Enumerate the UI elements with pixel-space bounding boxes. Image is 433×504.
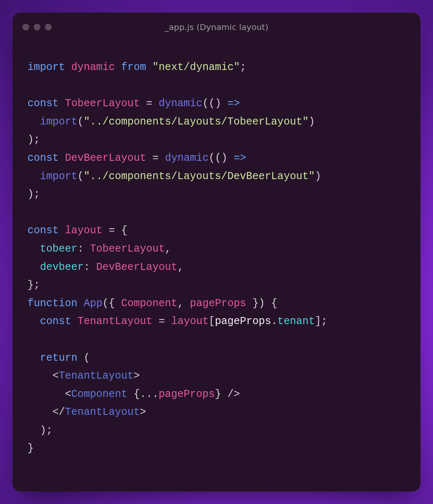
code-token-punct: }; <box>27 279 40 291</box>
code-token-punct: . <box>271 315 277 327</box>
code-token-sp <box>27 243 40 255</box>
window-controls <box>22 24 52 30</box>
code-token-id: dynamic <box>71 61 115 73</box>
code-token-sp <box>27 424 40 437</box>
code-token-punct: (() <box>202 97 221 110</box>
code-token-id: TobeerLayout <box>90 243 165 255</box>
code-token-sp <box>27 170 40 182</box>
code-token-prop: devbeer <box>40 261 84 273</box>
code-token-fn: import <box>40 170 77 182</box>
code-token-str: "../components/Layouts/TobeerLayout" <box>84 116 309 128</box>
code-token-sp <box>221 97 227 110</box>
code-token-sp <box>77 297 84 309</box>
code-token-punct: = <box>159 315 165 327</box>
code-token-punct: < <box>65 388 71 400</box>
code-token-kw: const <box>27 152 59 164</box>
code-token-tag: TenantLayout <box>59 370 134 382</box>
code-token-id: TobeerLayout <box>65 97 140 110</box>
code-token-punct: </ <box>52 406 65 418</box>
code-token-punct: ; <box>240 61 246 73</box>
code-token-punct: = <box>146 97 152 110</box>
code-token-sp <box>184 297 190 309</box>
code-token-sp <box>127 388 134 400</box>
code-token-punct: {... <box>134 388 159 400</box>
code-token-sp <box>27 370 52 382</box>
code-token-sp <box>227 152 234 164</box>
code-token-punct: = <box>109 225 115 237</box>
code-token-kw: from <box>121 61 146 73</box>
code-content: import dynamic from "next/dynamic"; cons… <box>27 58 406 458</box>
code-token-sp <box>146 61 152 73</box>
code-token-id: layout <box>171 315 209 327</box>
code-token-str: "../components/Layouts/DevBeerLayout" <box>84 170 315 182</box>
code-token-punct: (() <box>209 152 227 164</box>
code-editor[interactable]: import dynamic from "next/dynamic"; cons… <box>12 42 421 492</box>
code-token-punct: ( <box>77 170 84 182</box>
code-token-punct: ({ <box>102 297 115 309</box>
code-token-id: TenantLayout <box>77 315 152 327</box>
code-token-sp <box>90 261 96 273</box>
code-token-punct: , <box>165 243 171 255</box>
minimize-icon[interactable] <box>34 24 40 30</box>
code-token-sp <box>27 315 40 327</box>
code-token-punct: > <box>140 406 146 418</box>
code-token-punct: [ <box>209 315 215 327</box>
code-window: _app.js (Dynamic layout) import dynamic … <box>12 12 421 492</box>
window-title: _app.js (Dynamic layout) <box>12 22 421 32</box>
code-token-punct: ) <box>315 170 321 182</box>
code-token-sp <box>59 225 65 237</box>
code-token-sp <box>77 352 84 364</box>
code-token-sp <box>152 97 159 110</box>
code-token-fn: dynamic <box>165 152 209 164</box>
window-titlebar: _app.js (Dynamic layout) <box>12 12 421 42</box>
code-token-sp <box>115 61 121 73</box>
code-token-kw: function <box>27 297 77 309</box>
code-token-sp <box>265 297 271 309</box>
code-token-sp <box>27 388 65 400</box>
code-token-punct: { <box>271 297 277 309</box>
code-token-sp <box>146 152 152 164</box>
code-token-id: pageProps <box>190 297 246 309</box>
code-token-sp <box>115 225 121 237</box>
code-token-kw: => <box>227 97 240 110</box>
code-token-punct: : <box>77 243 84 255</box>
code-token-punct: , <box>177 297 184 309</box>
code-token-sp <box>115 297 121 309</box>
code-token-punct: { <box>121 225 127 237</box>
code-token-punct: , <box>177 261 184 273</box>
code-token-kw: const <box>27 225 59 237</box>
code-token-sp <box>59 152 65 164</box>
code-token-punct: = <box>152 152 159 164</box>
code-token-punct: ( <box>84 352 90 364</box>
code-token-fn: dynamic <box>159 97 202 110</box>
code-token-id: Component <box>121 297 177 309</box>
code-token-sp <box>140 97 146 110</box>
code-token-fn: import <box>40 116 77 128</box>
code-token-tag: TenantLayout <box>65 406 140 418</box>
code-token-prop: tenant <box>277 315 315 327</box>
maximize-icon[interactable] <box>45 24 52 30</box>
code-token-punct: }) <box>252 297 265 309</box>
code-token-id: DevBeerLayout <box>96 261 177 273</box>
code-token-punct: : <box>84 261 90 273</box>
code-token-white: pageProps <box>215 315 271 327</box>
code-token-id: pageProps <box>159 388 215 400</box>
close-icon[interactable] <box>22 24 29 30</box>
code-token-sp <box>27 261 40 273</box>
code-token-punct: ) <box>309 116 315 128</box>
code-token-punct: ); <box>27 188 40 200</box>
code-token-kw: return <box>40 352 77 364</box>
code-token-sp <box>27 116 40 128</box>
code-token-sp <box>165 315 171 327</box>
code-token-sp <box>102 225 109 237</box>
code-token-punct: ]; <box>315 315 327 327</box>
code-token-punct: } <box>27 442 34 454</box>
code-token-sp <box>27 352 40 364</box>
code-token-fn: App <box>84 297 102 309</box>
code-token-punct: } <box>215 388 221 400</box>
code-token-id: DevBeerLayout <box>65 152 146 164</box>
code-token-sp <box>27 406 52 418</box>
code-token-punct: ( <box>77 116 84 128</box>
code-token-punct: ); <box>27 134 40 146</box>
code-token-punct: /> <box>227 388 240 400</box>
